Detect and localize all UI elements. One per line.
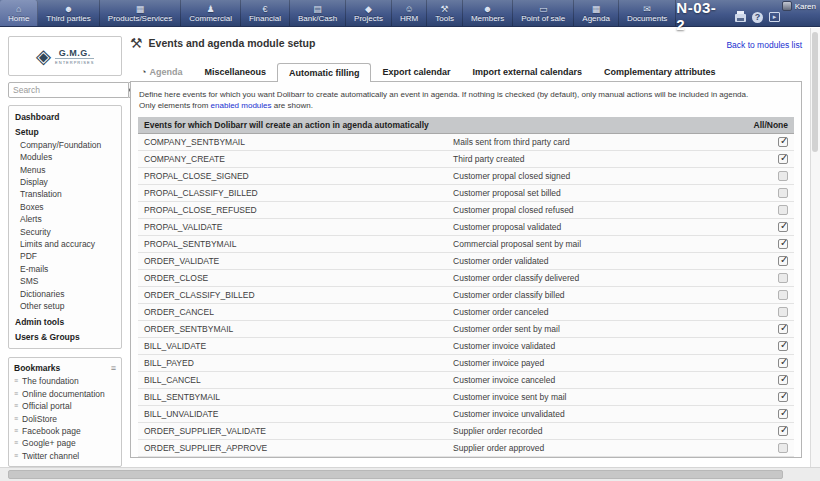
sidebar-item[interactable]: Modules: [9, 151, 117, 163]
bookmarks-menu-icon[interactable]: ≡: [111, 362, 116, 375]
sidebar-item[interactable]: Dashboard: [9, 111, 117, 123]
event-description: Commercial proposal sent by mail: [453, 239, 772, 249]
sidebar-item[interactable]: Dictionaries: [9, 288, 117, 300]
menubar-item-commercial[interactable]: ♟ Commercial: [181, 0, 241, 26]
sidebar-item[interactable]: Setup: [9, 126, 117, 138]
row-checkbox[interactable]: [778, 290, 788, 300]
row-checkbox[interactable]: [778, 324, 788, 334]
row-checkbox[interactable]: [778, 205, 788, 215]
sidebar: ◈ G.M.G. ENTERPRISES Dashboard Setup Com…: [8, 36, 122, 467]
tab-complementary-attributes[interactable]: Complementary attributes: [593, 63, 727, 81]
user-chip[interactable]: Karen: [782, 1, 816, 11]
printer-icon[interactable]: [735, 14, 746, 22]
menubar-item-projects[interactable]: ◆ Projects: [346, 0, 392, 26]
sidebar-item[interactable]: Users & Groups: [9, 331, 117, 343]
horizontal-scrollbar[interactable]: [0, 467, 820, 481]
menubar-item-bank-cash[interactable]: ▤ Bank/Cash: [290, 0, 346, 26]
vertical-scrollbar[interactable]: [810, 28, 820, 467]
bookmark-label: The foundation: [22, 375, 79, 387]
row-checkbox[interactable]: [778, 358, 788, 368]
event-description: Customer propal closed refused: [453, 205, 772, 215]
enabled-modules-link[interactable]: enabled modules: [211, 101, 272, 110]
tab-automatic-filling[interactable]: Automatic filling: [277, 63, 372, 82]
bookmark-item[interactable]: ≡ Official portal: [14, 400, 116, 412]
row-checkbox[interactable]: [778, 443, 788, 453]
sidebar-item[interactable]: E-mails: [9, 263, 117, 275]
sidebar-item[interactable]: Display: [9, 176, 117, 188]
sidebar-item-label: Setup: [15, 127, 39, 137]
row-checkbox[interactable]: [778, 171, 788, 181]
horizontal-scrollbar-thumb[interactable]: [8, 470, 783, 479]
commercial-icon: ♟: [207, 4, 215, 14]
menubar-item-members[interactable]: ☻ Members: [463, 0, 513, 26]
page-title: Events and agenda module setup: [149, 37, 316, 49]
bookmark-item[interactable]: ≡ Twitter channel: [14, 450, 116, 462]
sidebar-item[interactable]: Alerts: [9, 213, 117, 225]
row-checkbox[interactable]: [778, 222, 788, 232]
table-row: ORDER_SUPPLIER_VALIDATE Supplier order r…: [138, 423, 794, 440]
row-checkbox[interactable]: [778, 256, 788, 266]
tools-icon: ⚒: [441, 4, 449, 14]
bookmark-item[interactable]: ≡ Online documentation: [14, 388, 116, 400]
sidebar-item[interactable]: Company/Foundation: [9, 139, 117, 151]
bookmark-item[interactable]: ≡ Google+ page: [14, 437, 116, 449]
intro-line1: Define here events for which you want Do…: [139, 89, 793, 100]
sidebar-item[interactable]: Other setup: [9, 300, 117, 312]
vertical-scrollbar-thumb[interactable]: [812, 32, 818, 152]
sidebar-item[interactable]: PDF: [9, 250, 117, 262]
event-description: Customer invoice canceled: [453, 375, 772, 385]
row-checkbox[interactable]: [778, 137, 788, 147]
user-name-label: Karen: [795, 2, 816, 11]
menubar-item-hrm[interactable]: ☺ HRM: [392, 0, 427, 26]
tab-import-external-calendars[interactable]: Import external calendars: [462, 63, 594, 81]
menubar-item-financial[interactable]: € Financial: [241, 0, 290, 26]
sidebar-item[interactable]: Boxes: [9, 201, 117, 213]
menubar-item-products-services[interactable]: ▦ Products/Services: [100, 0, 181, 26]
sidebar-item[interactable]: Admin tools: [9, 316, 117, 328]
entity-code-label: N-03-2: [676, 0, 725, 33]
search-input[interactable]: [8, 82, 129, 98]
event-code: BILL_VALIDATE: [144, 341, 453, 351]
row-checkbox[interactable]: [778, 375, 788, 385]
sidebar-item-label: Dashboard: [15, 112, 59, 122]
bookmarks-box: Bookmarks ≡ ≡ The foundation ≡ Online do…: [8, 357, 122, 467]
sidebar-item[interactable]: Translation: [9, 188, 117, 200]
row-checkbox[interactable]: [778, 426, 788, 436]
menubar-item-point-of-sale[interactable]: ▭ Point of sale: [513, 0, 574, 26]
row-checkbox[interactable]: [778, 307, 788, 317]
tab-content-box: Define here events for which you want Do…: [130, 81, 802, 458]
toggle-all-none-link[interactable]: All/None: [754, 120, 788, 130]
row-checkbox[interactable]: [778, 341, 788, 351]
hrm-icon: ☺: [405, 4, 414, 14]
menubar-item-agenda[interactable]: ▦ Agenda: [574, 0, 619, 26]
sidebar-item[interactable]: Menus: [9, 164, 117, 176]
event-description: Customer order validated: [453, 256, 772, 266]
row-checkbox[interactable]: [778, 154, 788, 164]
tab-export-calendar[interactable]: Export calendar: [371, 63, 461, 81]
tab-miscellaneous[interactable]: Miscellaneous: [193, 63, 277, 81]
sidebar-item[interactable]: Limits and accuracy: [9, 238, 117, 250]
row-checkbox[interactable]: [778, 392, 788, 402]
top-menubar: ⌂ Home ☻ Third parties ▦ Products/Servic…: [0, 0, 820, 27]
logout-icon[interactable]: ▸: [769, 12, 780, 22]
bookmark-item[interactable]: ≡ Facebook page: [14, 425, 116, 437]
row-checkbox[interactable]: [778, 273, 788, 283]
menubar-item-third-parties[interactable]: ☻ Third parties: [38, 0, 99, 26]
row-checkbox[interactable]: [778, 188, 788, 198]
menubar-item-tools[interactable]: ⚒ Tools: [427, 0, 463, 26]
event-description: Customer proposal set billed: [453, 188, 772, 198]
sidebar-item[interactable]: SMS: [9, 275, 117, 287]
help-icon[interactable]: ?: [752, 12, 763, 23]
bookmark-item[interactable]: ≡ DoliStore: [14, 413, 116, 425]
clock-icon: ◔: [141, 68, 146, 77]
sidebar-item[interactable]: Security: [9, 226, 117, 238]
tab-agenda[interactable]: ◔ Agenda: [130, 63, 193, 81]
menubar-item-documents[interactable]: ✉ Documents: [619, 0, 676, 26]
logo-name: G.M.G.: [59, 48, 91, 58]
back-to-modules-link[interactable]: Back to modules list: [726, 40, 802, 50]
row-checkbox[interactable]: [778, 239, 788, 249]
row-checkbox[interactable]: [778, 409, 788, 419]
bookmark-item[interactable]: ≡ The foundation: [14, 375, 116, 387]
table-header-label: Events for which Dolibarr will create an…: [144, 120, 429, 130]
menubar-item-home[interactable]: ⌂ Home: [0, 0, 38, 26]
